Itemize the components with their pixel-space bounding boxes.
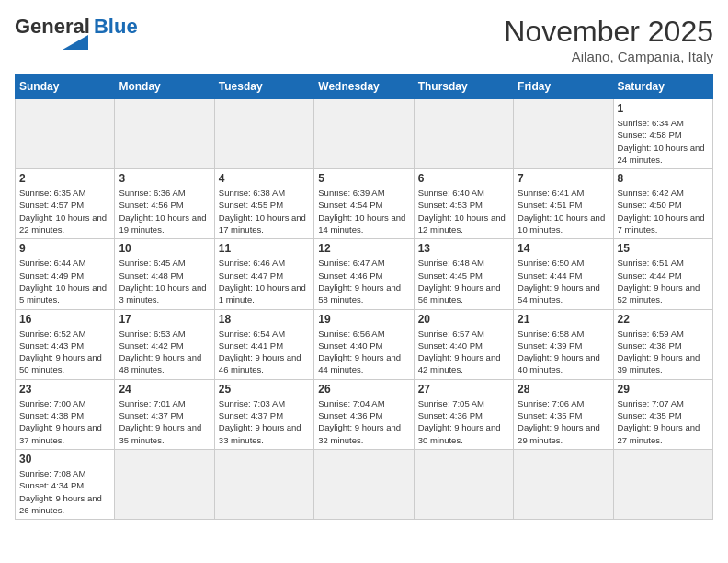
calendar-cell-23: 18Sunrise: 6:54 AM Sunset: 4:41 PM Dayli… <box>214 309 313 379</box>
day-info: Sunrise: 7:01 AM Sunset: 4:37 PM Dayligh… <box>119 397 210 446</box>
calendar-cell-29: 24Sunrise: 7:01 AM Sunset: 4:37 PM Dayli… <box>115 379 214 449</box>
day-info: Sunrise: 6:34 AM Sunset: 4:58 PM Dayligh… <box>618 117 709 166</box>
day-info: Sunrise: 6:58 AM Sunset: 4:39 PM Dayligh… <box>518 327 609 376</box>
calendar-cell-28: 23Sunrise: 7:00 AM Sunset: 4:38 PM Dayli… <box>16 379 115 449</box>
header-sunday: Sunday <box>16 75 115 99</box>
day-info: Sunrise: 6:59 AM Sunset: 4:38 PM Dayligh… <box>618 327 709 376</box>
calendar-cell-15: 10Sunrise: 6:45 AM Sunset: 4:48 PM Dayli… <box>115 239 214 309</box>
calendar-cell-11: 6Sunrise: 6:40 AM Sunset: 4:53 PM Daylig… <box>414 169 513 239</box>
calendar-cell-26: 21Sunrise: 6:58 AM Sunset: 4:39 PM Dayli… <box>514 309 613 379</box>
calendar-cell-39 <box>414 449 513 519</box>
calendar-cell-3 <box>314 99 414 169</box>
day-number: 24 <box>119 383 210 396</box>
calendar-cell-20: 15Sunrise: 6:51 AM Sunset: 4:44 PM Dayli… <box>613 239 712 309</box>
day-info: Sunrise: 7:03 AM Sunset: 4:37 PM Dayligh… <box>219 397 310 446</box>
calendar-cell-22: 17Sunrise: 6:53 AM Sunset: 4:42 PM Dayli… <box>115 309 214 379</box>
calendar-cell-21: 16Sunrise: 6:52 AM Sunset: 4:43 PM Dayli… <box>16 309 115 379</box>
header-tuesday: Tuesday <box>214 75 313 99</box>
day-info: Sunrise: 6:42 AM Sunset: 4:50 PM Dayligh… <box>618 187 709 236</box>
day-info: Sunrise: 6:57 AM Sunset: 4:40 PM Dayligh… <box>418 327 509 376</box>
day-number: 25 <box>219 383 310 396</box>
day-number: 15 <box>618 242 709 255</box>
day-info: Sunrise: 7:08 AM Sunset: 4:34 PM Dayligh… <box>19 467 110 516</box>
header-saturday: Saturday <box>613 75 712 99</box>
day-number: 20 <box>418 313 509 326</box>
day-info: Sunrise: 6:40 AM Sunset: 4:53 PM Dayligh… <box>418 187 509 236</box>
day-number: 19 <box>318 313 409 326</box>
day-number: 26 <box>318 383 409 396</box>
day-info: Sunrise: 6:36 AM Sunset: 4:56 PM Dayligh… <box>119 187 210 236</box>
day-number: 27 <box>418 383 509 396</box>
day-info: Sunrise: 6:35 AM Sunset: 4:57 PM Dayligh… <box>19 187 110 236</box>
day-number: 14 <box>518 242 609 255</box>
day-number: 13 <box>418 242 509 255</box>
location: Ailano, Campania, Italy <box>504 49 713 64</box>
header-thursday: Thursday <box>414 75 513 99</box>
calendar-cell-27: 22Sunrise: 6:59 AM Sunset: 4:38 PM Dayli… <box>613 309 712 379</box>
calendar-cell-32: 27Sunrise: 7:05 AM Sunset: 4:36 PM Dayli… <box>414 379 513 449</box>
day-number: 28 <box>518 383 609 396</box>
day-number: 29 <box>618 383 709 396</box>
calendar-row-0: 1Sunrise: 6:34 AM Sunset: 4:58 PM Daylig… <box>16 99 713 169</box>
header-wednesday: Wednesday <box>314 75 414 99</box>
calendar-cell-25: 20Sunrise: 6:57 AM Sunset: 4:40 PM Dayli… <box>414 309 513 379</box>
day-number: 30 <box>19 453 110 465</box>
day-info: Sunrise: 6:44 AM Sunset: 4:49 PM Dayligh… <box>19 257 110 305</box>
calendar-cell-36 <box>115 449 214 519</box>
day-number: 22 <box>618 313 709 326</box>
header-monday: Monday <box>115 75 214 99</box>
day-number: 8 <box>618 172 709 185</box>
calendar-cell-17: 12Sunrise: 6:47 AM Sunset: 4:46 PM Dayli… <box>314 239 414 309</box>
day-number: 6 <box>418 172 509 185</box>
day-info: Sunrise: 6:54 AM Sunset: 4:41 PM Dayligh… <box>219 327 310 376</box>
day-info: Sunrise: 6:41 AM Sunset: 4:51 PM Dayligh… <box>518 187 609 236</box>
calendar-cell-6: 1Sunrise: 6:34 AM Sunset: 4:58 PM Daylig… <box>613 99 712 169</box>
calendar-cell-18: 13Sunrise: 6:48 AM Sunset: 4:45 PM Dayli… <box>414 239 513 309</box>
calendar-cell-16: 11Sunrise: 6:46 AM Sunset: 4:47 PM Dayli… <box>214 239 313 309</box>
calendar-cell-41 <box>613 449 712 519</box>
calendar-row-4: 23Sunrise: 7:00 AM Sunset: 4:38 PM Dayli… <box>16 379 713 449</box>
calendar-row-2: 9Sunrise: 6:44 AM Sunset: 4:49 PM Daylig… <box>16 239 713 309</box>
calendar-cell-12: 7Sunrise: 6:41 AM Sunset: 4:51 PM Daylig… <box>514 169 613 239</box>
day-info: Sunrise: 7:05 AM Sunset: 4:36 PM Dayligh… <box>418 397 509 446</box>
calendar-row-3: 16Sunrise: 6:52 AM Sunset: 4:43 PM Dayli… <box>16 309 713 379</box>
day-info: Sunrise: 6:56 AM Sunset: 4:40 PM Dayligh… <box>318 327 409 376</box>
day-number: 5 <box>318 172 409 185</box>
day-info: Sunrise: 7:06 AM Sunset: 4:35 PM Dayligh… <box>518 397 609 446</box>
day-number: 16 <box>19 313 110 326</box>
day-number: 11 <box>219 242 310 255</box>
weekday-header-row: Sunday Monday Tuesday Wednesday Thursday… <box>16 75 713 99</box>
calendar-cell-30: 25Sunrise: 7:03 AM Sunset: 4:37 PM Dayli… <box>214 379 313 449</box>
logo: General Blue <box>15 15 138 53</box>
calendar-cell-1 <box>115 99 214 169</box>
calendar-cell-7: 2Sunrise: 6:35 AM Sunset: 4:57 PM Daylig… <box>16 169 115 239</box>
day-number: 3 <box>119 172 210 185</box>
header: General Blue November 2025 Ailano, Campa… <box>15 15 713 64</box>
day-info: Sunrise: 7:07 AM Sunset: 4:35 PM Dayligh… <box>618 397 709 446</box>
calendar-cell-38 <box>314 449 414 519</box>
day-number: 23 <box>19 383 110 396</box>
calendar-cell-40 <box>514 449 613 519</box>
calendar-cell-5 <box>514 99 613 169</box>
day-number: 1 <box>618 102 709 115</box>
day-info: Sunrise: 6:53 AM Sunset: 4:42 PM Dayligh… <box>119 327 210 376</box>
calendar-row-5: 30Sunrise: 7:08 AM Sunset: 4:34 PM Dayli… <box>16 449 713 519</box>
day-number: 10 <box>119 242 210 255</box>
calendar-cell-34: 29Sunrise: 7:07 AM Sunset: 4:35 PM Dayli… <box>613 379 712 449</box>
calendar-cell-8: 3Sunrise: 6:36 AM Sunset: 4:56 PM Daylig… <box>115 169 214 239</box>
calendar-row-1: 2Sunrise: 6:35 AM Sunset: 4:57 PM Daylig… <box>16 169 713 239</box>
calendar-table: Sunday Monday Tuesday Wednesday Thursday… <box>15 74 713 520</box>
calendar-cell-14: 9Sunrise: 6:44 AM Sunset: 4:49 PM Daylig… <box>16 239 115 309</box>
page: General Blue November 2025 Ailano, Campa… <box>0 0 728 534</box>
calendar-cell-35: 30Sunrise: 7:08 AM Sunset: 4:34 PM Dayli… <box>16 449 115 519</box>
calendar-cell-2 <box>214 99 313 169</box>
calendar-cell-13: 8Sunrise: 6:42 AM Sunset: 4:50 PM Daylig… <box>613 169 712 239</box>
header-friday: Friday <box>514 75 613 99</box>
day-info: Sunrise: 6:50 AM Sunset: 4:44 PM Dayligh… <box>518 257 609 305</box>
day-number: 17 <box>119 313 210 326</box>
month-year: November 2025 <box>504 15 713 49</box>
calendar-cell-9: 4Sunrise: 6:38 AM Sunset: 4:55 PM Daylig… <box>214 169 313 239</box>
day-info: Sunrise: 6:38 AM Sunset: 4:55 PM Dayligh… <box>219 187 310 236</box>
day-info: Sunrise: 6:48 AM Sunset: 4:45 PM Dayligh… <box>418 257 509 305</box>
day-info: Sunrise: 7:00 AM Sunset: 4:38 PM Dayligh… <box>19 397 110 446</box>
